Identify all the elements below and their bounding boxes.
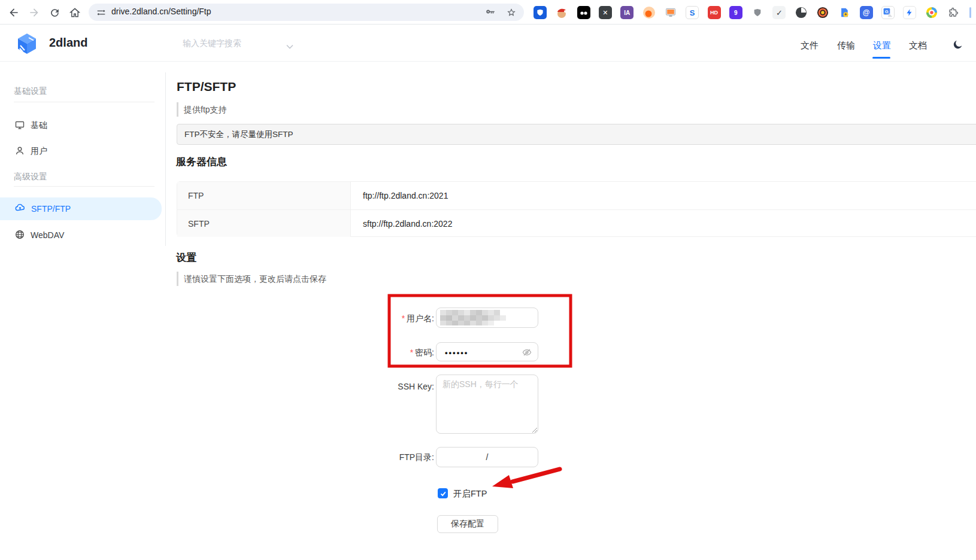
username-label: *用户名: bbox=[402, 314, 434, 324]
settings-tip: 谨慎设置下面选项，更改后请点击保存 bbox=[177, 272, 326, 286]
enable-ftp-checkbox[interactable] bbox=[438, 488, 448, 498]
app-header: 2dland 文件 传输 设置 文档 bbox=[0, 25, 976, 62]
translate-extension-icon[interactable]: G bbox=[881, 6, 895, 19]
table-row: FTP ftp://ftp.2dland.cn:2021 bbox=[177, 182, 976, 209]
annotation-overlay bbox=[0, 0, 976, 560]
tab-transfer[interactable]: 传输 bbox=[837, 40, 855, 51]
tab-files[interactable]: 文件 bbox=[801, 40, 819, 51]
url-text[interactable]: drive.2dland.cn/Setting/Ftp bbox=[111, 7, 211, 16]
tab-docs[interactable]: 文档 bbox=[909, 40, 927, 51]
back-icon[interactable] bbox=[6, 5, 22, 20]
required-mark: * bbox=[410, 348, 413, 357]
settings-heading: 设置 bbox=[176, 251, 196, 264]
at-sign-extension-icon[interactable]: @ bbox=[860, 6, 873, 19]
save-config-button[interactable]: 保存配置 bbox=[437, 515, 498, 533]
browser-toolbar: drive.2dland.cn/Setting/Ftp ✕ IA bbox=[0, 0, 976, 25]
s-blue-extension-icon[interactable]: S bbox=[686, 6, 699, 19]
browser-window: drive.2dland.cn/Setting/Ftp ✕ IA bbox=[0, 0, 976, 560]
check-glyph: ✓ bbox=[776, 8, 783, 17]
check-icon bbox=[439, 490, 447, 497]
app-title: 2dland bbox=[49, 36, 87, 50]
password-dots: •••••• bbox=[445, 348, 468, 357]
sidebar-item-sftp-ftp[interactable]: SFTP/FTP bbox=[0, 197, 162, 220]
bitwarden-extension-icon[interactable] bbox=[534, 6, 547, 19]
sidebar-section-basic: 基础设置 bbox=[14, 86, 47, 97]
svg-text:G: G bbox=[885, 9, 889, 14]
at-glyph: @ bbox=[863, 8, 870, 17]
save-button-label: 保存配置 bbox=[451, 519, 484, 529]
santa-avatar-extension-icon[interactable] bbox=[555, 6, 568, 19]
bookmark-star-icon[interactable] bbox=[506, 7, 517, 18]
ia-glyph: IA bbox=[624, 10, 630, 16]
red-arrow-head bbox=[492, 475, 513, 488]
url-bar[interactable]: drive.2dland.cn/Setting/Ftp bbox=[89, 4, 524, 21]
checkmark-extension-icon[interactable]: ✓ bbox=[772, 6, 786, 19]
eye-invisible-icon[interactable] bbox=[522, 348, 532, 359]
active-tab-underline bbox=[872, 57, 890, 59]
x-dark-extension-icon[interactable]: ✕ bbox=[599, 6, 612, 19]
hd-red-extension-icon[interactable]: HD bbox=[708, 6, 721, 19]
forward-icon[interactable] bbox=[26, 5, 42, 20]
cloud-sync-icon bbox=[15, 203, 25, 215]
ssh-key-textarea[interactable] bbox=[436, 375, 538, 434]
purple-nine-extension-icon[interactable]: 9 bbox=[729, 6, 742, 19]
required-mark: * bbox=[402, 314, 405, 323]
sidebar-rule bbox=[14, 186, 154, 187]
dark-mode-moon-icon[interactable] bbox=[952, 39, 963, 53]
user-icon bbox=[15, 146, 25, 157]
home-icon[interactable] bbox=[67, 5, 83, 20]
ftp-address-value: ftp://ftp.2dland.cn:2021 bbox=[351, 182, 976, 209]
page-title: FTP/SFTP bbox=[177, 80, 236, 94]
server-info-heading: 服务器信息 bbox=[176, 155, 227, 169]
sidebar-divider bbox=[165, 72, 166, 246]
doc-download-extension-icon[interactable] bbox=[838, 6, 851, 19]
sidebar-item-basic[interactable]: 基础 bbox=[0, 115, 162, 136]
orange-dot-extension-icon[interactable] bbox=[642, 6, 656, 19]
eye-ring-extension-icon[interactable] bbox=[816, 6, 829, 19]
password-input[interactable]: •••••• bbox=[436, 342, 538, 361]
puzzle-extension-icon[interactable] bbox=[947, 6, 960, 19]
censored-username-mosaic bbox=[440, 310, 509, 325]
ia-purple-extension-icon[interactable]: IA bbox=[620, 6, 634, 19]
lightning-extension-icon[interactable] bbox=[903, 6, 916, 19]
ssh-key-label: SSH Key: bbox=[398, 382, 434, 391]
sidebar-section-advanced: 高级设置 bbox=[14, 172, 47, 182]
chevron-down-icon[interactable] bbox=[286, 41, 293, 51]
username-input[interactable] bbox=[436, 308, 538, 328]
tab-settings[interactable]: 设置 bbox=[873, 40, 891, 51]
password-key-icon[interactable] bbox=[485, 7, 496, 18]
app-logo-icon[interactable] bbox=[16, 32, 38, 57]
table-cell-label: SFTP bbox=[177, 210, 351, 237]
password-label: *密码: bbox=[410, 348, 434, 358]
sidebar-item-label: 用户 bbox=[31, 146, 47, 157]
extensions-row: ✕ IA S HD 9 ✓ @ bbox=[534, 6, 960, 19]
nine-glyph: 9 bbox=[734, 10, 738, 16]
globe-icon bbox=[15, 230, 25, 241]
s-glyph: S bbox=[690, 8, 695, 17]
sftp-address-value: sftp://ftp.2dland.cn:2022 bbox=[351, 210, 976, 237]
textarea-resize-handle[interactable] bbox=[532, 427, 538, 433]
clock-extension-icon[interactable] bbox=[795, 6, 808, 19]
table-row: SFTP sftp://ftp.2dland.cn:2022 bbox=[177, 209, 976, 237]
sidebar-item-webdav[interactable]: WebDAV bbox=[0, 225, 162, 245]
sidebar-item-users[interactable]: 用户 bbox=[0, 141, 162, 162]
sidebar-item-label: SFTP/FTP bbox=[31, 204, 71, 214]
reload-icon[interactable] bbox=[47, 5, 62, 20]
dark-dots-extension-icon[interactable] bbox=[577, 6, 590, 19]
red-arrow-shaft bbox=[513, 469, 560, 482]
server-info-table: FTP ftp://ftp.2dland.cn:2021 SFTP sftp:/… bbox=[177, 181, 976, 237]
table-cell-label: FTP bbox=[177, 182, 351, 209]
profile-separator bbox=[969, 7, 971, 18]
enable-ftp-label[interactable]: 开启FTP bbox=[453, 488, 487, 500]
ftp-warning-alert: FTP不安全，请尽量使用SFTP bbox=[177, 124, 976, 145]
color-pin-extension-icon[interactable] bbox=[925, 6, 938, 19]
ublock-gray-extension-icon[interactable] bbox=[751, 6, 764, 19]
search-input[interactable] bbox=[183, 35, 281, 51]
ftp-dir-label: FTP目录: bbox=[399, 452, 434, 463]
rss-monitor-extension-icon[interactable] bbox=[664, 6, 677, 19]
site-info-icon[interactable] bbox=[96, 7, 107, 18]
ftp-dir-input[interactable] bbox=[436, 447, 538, 467]
sidebar-item-label: WebDAV bbox=[31, 230, 64, 240]
sidebar-item-label: 基础 bbox=[31, 120, 47, 131]
monitor-icon bbox=[15, 120, 25, 132]
